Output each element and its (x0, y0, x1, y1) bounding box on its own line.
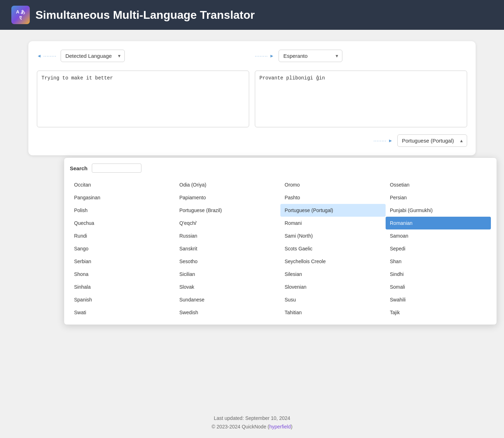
lang-item[interactable]: Somali (386, 281, 491, 293)
lang-item[interactable]: Sango (70, 242, 175, 255)
source-arrow-left: ◄ ········ (37, 53, 56, 59)
search-row: Search (70, 163, 491, 173)
footer: Last updated: September 10, 2024 © 2023-… (0, 401, 504, 438)
target2-arrow: ········ ► (374, 138, 393, 143)
source-lang-select[interactable]: Detected Language (61, 50, 125, 62)
lang-item[interactable]: Seychellois Creole (280, 255, 386, 268)
lang-item[interactable]: Silesian (280, 268, 386, 281)
lang-item[interactable]: Portuguese (Portugal) (280, 204, 386, 217)
lang-item[interactable]: Russian (175, 229, 280, 242)
lang-item[interactable]: Q'eqchi' (175, 217, 280, 229)
target-lang2-select[interactable]: Portuguese (Portugal) (397, 134, 467, 147)
lang-item[interactable]: Quechua (70, 217, 175, 229)
copyright-text: © 2023-2024 QuickNode (hyperfield) (7, 424, 497, 429)
lang-item[interactable]: Susu (280, 293, 386, 306)
lang-item[interactable]: Punjabi (Gurmukhi) (386, 204, 491, 217)
translation-card: ◄ ········ Detected Language ▼ ········ … (28, 41, 476, 155)
lang-item[interactable]: Occitan (70, 178, 175, 191)
target-textarea-1[interactable]: Provante plibonigi ĝin (255, 71, 467, 127)
search-label: Search (70, 165, 88, 171)
lang-item[interactable]: Tahitian (280, 306, 386, 319)
textarea-pair: Trying to make it better Provante plibon… (37, 71, 467, 127)
language-dropdown: Search OccitanOdia (Oriya)OromoOssetianP… (64, 157, 497, 325)
target-lang2-row: ········ ► Portuguese (Portugal) ▲ (37, 134, 467, 147)
lang-item[interactable]: Rundi (70, 229, 175, 242)
lang-item[interactable]: Swati (70, 306, 175, 319)
lang-item[interactable]: Sindhi (386, 268, 491, 281)
lang-item[interactable]: Sanskrit (175, 242, 280, 255)
lang-item[interactable]: Serbian (70, 255, 175, 268)
lang-item[interactable]: Pashto (280, 191, 386, 204)
language-grid: OccitanOdia (Oriya)OromoOssetianPangasin… (70, 178, 491, 319)
lang-item[interactable]: Scots Gaelic (280, 242, 386, 255)
app-logo: A あए (11, 6, 30, 24)
lang-item[interactable]: Tajik (386, 306, 491, 319)
lang-item[interactable]: Samoan (386, 229, 491, 242)
lang-item[interactable]: Pangasinan (70, 191, 175, 204)
source-textarea[interactable]: Trying to make it better (37, 71, 249, 127)
lang-item[interactable]: Sepedi (386, 242, 491, 255)
lang-item[interactable]: Romani (280, 217, 386, 229)
last-updated-text: Last updated: September 10, 2024 (7, 415, 497, 421)
lang-item[interactable]: Portuguese (Brazil) (175, 204, 280, 217)
lang-item[interactable]: Slovenian (280, 281, 386, 293)
lang-item[interactable]: Papiamento (175, 191, 280, 204)
source-lang-row: ◄ ········ Detected Language ▼ (37, 50, 249, 62)
lang-item[interactable]: Oromo (280, 178, 386, 191)
main-content: ◄ ········ Detected Language ▼ ········ … (0, 30, 504, 401)
lang-item[interactable]: Swahili (386, 293, 491, 306)
lang-item[interactable]: Persian (386, 191, 491, 204)
lang-item[interactable]: Shan (386, 255, 491, 268)
copyright-suffix: ) (291, 424, 292, 429)
lang-item[interactable]: Slovak (175, 281, 280, 293)
lang-item[interactable]: Ossetian (386, 178, 491, 191)
lang-item[interactable]: Polish (70, 204, 175, 217)
target-lang1-select[interactable]: Esperanto (279, 50, 342, 62)
copyright-prefix: © 2023-2024 QuickNode ( (212, 424, 269, 429)
app-title: Simultaneous Multi-Language Translator (35, 9, 255, 22)
target-lang1-selector[interactable]: Esperanto ▼ (279, 50, 342, 62)
source-lang-selector[interactable]: Detected Language ▼ (61, 50, 125, 62)
lang-item[interactable]: Sami (North) (280, 229, 386, 242)
lang-item[interactable]: Sundanese (175, 293, 280, 306)
search-input[interactable] (92, 163, 141, 173)
lang-item[interactable]: Shona (70, 268, 175, 281)
lang-item[interactable]: Swedish (175, 306, 280, 319)
target-lang1-row: ········ ► Esperanto ▼ (255, 50, 467, 62)
lang-item[interactable]: Odia (Oriya) (175, 178, 280, 191)
app-header: A あए Simultaneous Multi-Language Transla… (0, 0, 504, 30)
lang-item[interactable]: Sesotho (175, 255, 280, 268)
lang-item[interactable]: Sicilian (175, 268, 280, 281)
lang-item[interactable]: Romanian (386, 217, 491, 229)
hyperfield-link[interactable]: hyperfield (269, 424, 291, 429)
lang-item[interactable]: Spanish (70, 293, 175, 306)
target1-arrow: ········ ► (255, 53, 274, 59)
lang-item[interactable]: Sinhala (70, 281, 175, 293)
target-lang2-selector[interactable]: Portuguese (Portugal) ▲ (397, 134, 467, 147)
